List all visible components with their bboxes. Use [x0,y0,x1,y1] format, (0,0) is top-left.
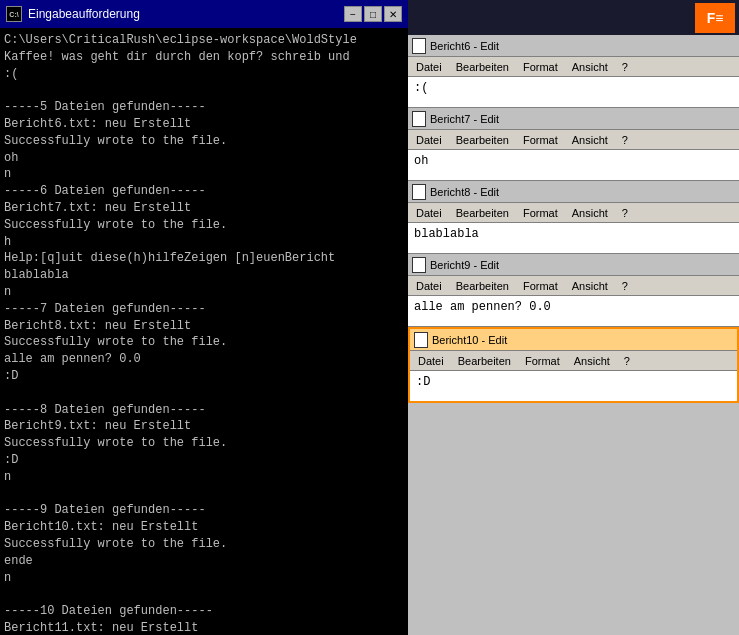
f5-logo-text: F≡ [707,10,724,26]
f5-logo: F≡ [695,3,735,33]
menu-item-format-bericht8[interactable]: Format [517,206,564,220]
editor-content-bericht9: alle am pennen? 0.0 [408,296,739,326]
cmd-icon: C:\ [6,6,22,22]
doc-icon-bericht8 [412,184,426,200]
editor-content-bericht8: blablabla [408,223,739,253]
editor-titlebar-bericht6: Bericht6 - Edit [408,35,739,57]
menu-item-bearbeiten-bericht9[interactable]: Bearbeiten [450,279,515,293]
menu-item-ansicht-bericht10[interactable]: Ansicht [568,354,616,368]
editor-menubar-bericht9: DateiBearbeitenFormatAnsicht? [408,276,739,296]
menu-item-ansicht-bericht8[interactable]: Ansicht [566,206,614,220]
menu-item-bearbeiten-bericht7[interactable]: Bearbeiten [450,133,515,147]
menu-item-datei-bericht9[interactable]: Datei [410,279,448,293]
menu-item-format-bericht10[interactable]: Format [519,354,566,368]
editor-titlebar-bericht8: Bericht8 - Edit [408,181,739,203]
menu-item-?-bericht7[interactable]: ? [616,133,634,147]
editor-window-bericht10: Bericht10 - EditDateiBearbeitenFormatAns… [408,327,739,403]
doc-icon-bericht10 [414,332,428,348]
menu-item-datei-bericht10[interactable]: Datei [412,354,450,368]
cmd-title: Eingabeaufforderung [28,7,140,21]
editor-content-bericht10: :D [410,371,737,401]
editor-menubar-bericht7: DateiBearbeitenFormatAnsicht? [408,130,739,150]
cmd-content[interactable]: C:\Users\CriticalRush\eclipse-workspace\… [0,28,408,635]
maximize-button[interactable]: □ [364,6,382,22]
menu-item-datei-bericht6[interactable]: Datei [410,60,448,74]
editor-titlebar-bericht9: Bericht9 - Edit [408,254,739,276]
editor-menubar-bericht10: DateiBearbeitenFormatAnsicht? [410,351,737,371]
editor-window-bericht7: Bericht7 - EditDateiBearbeitenFormatAnsi… [408,108,739,181]
top-right-bar: F≡ [408,0,739,35]
menu-item-?-bericht8[interactable]: ? [616,206,634,220]
editor-titlebar-bericht7: Bericht7 - Edit [408,108,739,130]
editor-container: Bericht6 - EditDateiBearbeitenFormatAnsi… [408,35,739,635]
editor-title-text-bericht9: Bericht9 - Edit [430,259,735,271]
editor-titlebar-bericht10: Bericht10 - Edit [410,329,737,351]
doc-icon-bericht9 [412,257,426,273]
menu-item-bearbeiten-bericht10[interactable]: Bearbeiten [452,354,517,368]
menu-item-ansicht-bericht6[interactable]: Ansicht [566,60,614,74]
editor-window-bericht8: Bericht8 - EditDateiBearbeitenFormatAnsi… [408,181,739,254]
menu-item-datei-bericht8[interactable]: Datei [410,206,448,220]
menu-item-?-bericht9[interactable]: ? [616,279,634,293]
minimize-button[interactable]: − [344,6,362,22]
menu-item-bearbeiten-bericht8[interactable]: Bearbeiten [450,206,515,220]
cmd-window: C:\ Eingabeaufforderung − □ ✕ C:\Users\C… [0,0,408,635]
menu-item-format-bericht9[interactable]: Format [517,279,564,293]
menu-item-bearbeiten-bericht6[interactable]: Bearbeiten [450,60,515,74]
editor-content-bericht6: :( [408,77,739,107]
cmd-titlebar: C:\ Eingabeaufforderung − □ ✕ [0,0,408,28]
editor-title-text-bericht8: Bericht8 - Edit [430,186,735,198]
menu-item-ansicht-bericht7[interactable]: Ansicht [566,133,614,147]
editor-window-bericht9: Bericht9 - EditDateiBearbeitenFormatAnsi… [408,254,739,327]
menu-item-format-bericht7[interactable]: Format [517,133,564,147]
editor-menubar-bericht6: DateiBearbeitenFormatAnsicht? [408,57,739,77]
editor-menubar-bericht8: DateiBearbeitenFormatAnsicht? [408,203,739,223]
editor-title-text-bericht10: Bericht10 - Edit [432,334,733,346]
right-panel: F≡ Bericht6 - EditDateiBearbeitenFormatA… [408,0,739,635]
close-button[interactable]: ✕ [384,6,402,22]
doc-icon-bericht6 [412,38,426,54]
menu-item-?-bericht10[interactable]: ? [618,354,636,368]
editor-window-bericht6: Bericht6 - EditDateiBearbeitenFormatAnsi… [408,35,739,108]
doc-icon-bericht7 [412,111,426,127]
cmd-title-left: C:\ Eingabeaufforderung [6,6,140,22]
menu-item-format-bericht6[interactable]: Format [517,60,564,74]
editor-title-text-bericht7: Bericht7 - Edit [430,113,735,125]
cmd-controls: − □ ✕ [344,6,402,22]
editor-title-text-bericht6: Bericht6 - Edit [430,40,735,52]
menu-item-?-bericht6[interactable]: ? [616,60,634,74]
editor-content-bericht7: oh [408,150,739,180]
menu-item-ansicht-bericht9[interactable]: Ansicht [566,279,614,293]
cmd-icon-label: C:\ [9,11,18,18]
menu-item-datei-bericht7[interactable]: Datei [410,133,448,147]
